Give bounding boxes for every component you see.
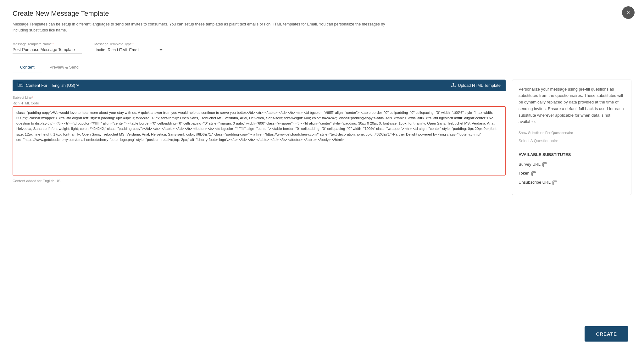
copy-token-icon[interactable] [531, 171, 536, 176]
template-type-select[interactable]: Invite: Rich HTML Email Invite: Plain Te… [94, 47, 164, 53]
substitute-token: Token [519, 170, 625, 177]
questionnaire-label: Show Substitues For Questionnaire [519, 130, 625, 136]
substitute-unsubscribe-url-label: Unsubscribe URL [519, 179, 551, 186]
content-bar: Content For: English (US) Upload HTML Te… [13, 80, 506, 91]
upload-icon [451, 83, 456, 88]
subject-line-label: Subject Line* [13, 96, 506, 99]
questionnaire-select[interactable]: Select A Questionnaire [519, 139, 625, 145]
rich-html-textarea[interactable]: class="padding-copy">We would love to he… [13, 106, 506, 176]
content-note: Content added for English US [13, 179, 506, 183]
close-icon: × [627, 9, 630, 16]
template-type-group: Message Template Type* Invite: Rich HTML… [94, 42, 170, 54]
language-select[interactable]: English (US) [51, 83, 80, 88]
available-substitutes-title: AVAILABLE SUBSTITUTES [519, 152, 625, 158]
copy-unsubscribe-url-icon[interactable] [552, 181, 557, 185]
content-for-label: Content For: [26, 83, 48, 88]
content-bar-left: Content For: English (US) [18, 83, 80, 88]
tab-preview-send[interactable]: Preview & Send [42, 62, 86, 73]
template-type-label: Message Template Type* [94, 42, 170, 46]
substitute-unsubscribe-url: Unsubscribe URL [519, 179, 625, 186]
page-title: Create New Message Template [13, 9, 631, 18]
substitute-survey-url-label: Survey URL [519, 161, 541, 168]
copy-survey-url-icon[interactable] [542, 162, 547, 167]
subject-line-group: Subject Line* [13, 96, 506, 99]
svg-rect-0 [18, 83, 23, 87]
template-type-select-wrap[interactable]: Invite: Rich HTML Email Invite: Plain Te… [94, 47, 170, 54]
substitute-token-label: Token [519, 170, 530, 177]
page-description: Message Templates can be setup in differ… [13, 21, 390, 33]
tab-content[interactable]: Content [13, 62, 42, 73]
content-for-icon [18, 83, 23, 88]
substitute-survey-url: Survey URL [519, 161, 625, 168]
editor-section: Content For: English (US) Upload HTML Te… [13, 80, 506, 195]
template-name-value[interactable]: Post-Purchase Message Template [13, 47, 82, 53]
sidebar-section: Personalize your message using pre-fill … [512, 80, 631, 195]
close-button[interactable]: × [622, 6, 635, 19]
sidebar-description: Personalize your message using pre-fill … [519, 86, 625, 125]
form-row: Message Template Name* Post-Purchase Mes… [13, 42, 631, 54]
tabs: Content Preview & Send [13, 62, 631, 73]
template-name-label: Message Template Name* [13, 42, 82, 46]
upload-html-label: Upload HTML Template [458, 83, 501, 88]
main-content: Content For: English (US) Upload HTML Te… [13, 80, 631, 195]
template-name-group: Message Template Name* Post-Purchase Mes… [13, 42, 82, 54]
create-button[interactable]: CREATE [585, 326, 628, 342]
rich-html-label: Rich HTML Code [13, 101, 506, 105]
page-container: × Create New Message Template Message Te… [0, 0, 644, 351]
upload-html-button[interactable]: Upload HTML Template [451, 83, 501, 88]
